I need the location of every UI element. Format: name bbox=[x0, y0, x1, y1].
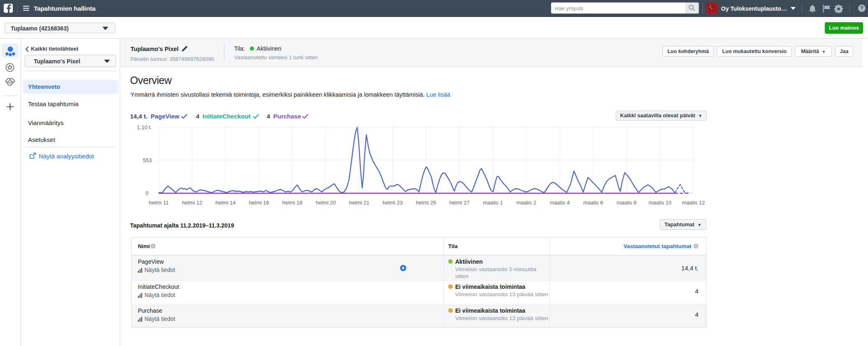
svg-text:0: 0 bbox=[146, 190, 149, 196]
svg-text:helmi 21: helmi 21 bbox=[349, 200, 369, 206]
svg-text:maalis 10: maalis 10 bbox=[649, 200, 672, 206]
svg-text:maalis 4: maalis 4 bbox=[550, 200, 570, 206]
svg-text:maalis 2: maalis 2 bbox=[517, 200, 536, 206]
svg-text:553: 553 bbox=[143, 157, 152, 163]
svg-text:helmi 14: helmi 14 bbox=[215, 200, 235, 206]
svg-text:helmi 12: helmi 12 bbox=[182, 200, 202, 206]
svg-text:helmi 27: helmi 27 bbox=[449, 200, 470, 206]
svg-text:maalis 8: maalis 8 bbox=[617, 200, 636, 206]
svg-text:helmi 11: helmi 11 bbox=[149, 200, 169, 206]
svg-text:helmi 18: helmi 18 bbox=[282, 200, 303, 206]
svg-text:1,10 t.: 1,10 t. bbox=[137, 124, 152, 130]
svg-text:helmi 25: helmi 25 bbox=[416, 200, 436, 206]
svg-text:maalis 12: maalis 12 bbox=[682, 200, 705, 206]
svg-text:helmi 16: helmi 16 bbox=[249, 200, 269, 206]
svg-text:helmi 20: helmi 20 bbox=[316, 200, 336, 206]
svg-text:maalis 1: maalis 1 bbox=[483, 200, 503, 206]
svg-text:maalis 6: maalis 6 bbox=[583, 200, 603, 206]
svg-text:helmi 23: helmi 23 bbox=[382, 200, 403, 206]
